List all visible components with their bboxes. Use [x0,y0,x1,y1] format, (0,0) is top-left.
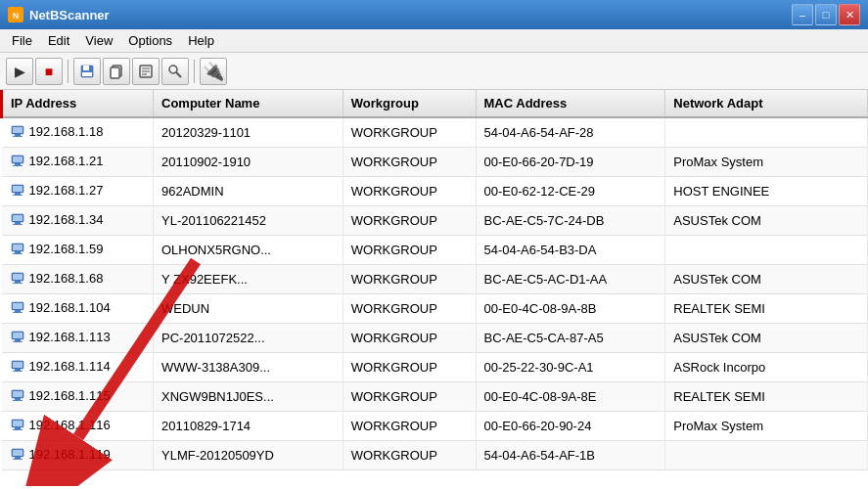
computer-icon [10,270,25,286]
svg-rect-53 [13,400,23,401]
ip-value: 192.168.1.68 [29,271,104,286]
table-row[interactable]: 192.168.1.27 962ADMINWORKGROUP00-E0-62-1… [2,177,868,206]
svg-rect-52 [15,398,21,400]
cell-network: ASUSTek COM [665,265,868,294]
cell-computer: PC-2011072522... [154,324,343,353]
toolbar-separator-1 [68,60,69,83]
table-body: 192.168.1.18 20120329-1101WORKGROUP54-04… [2,117,868,470]
menu-file[interactable]: File [4,31,40,50]
cell-mac: 00-E0-66-20-90-24 [476,412,665,441]
svg-rect-4 [82,72,92,76]
svg-rect-61 [13,459,23,460]
cell-mac: 00-E0-4C-08-9A-8E [476,382,665,412]
svg-rect-58 [13,421,23,426]
save-button[interactable] [73,58,101,85]
ip-value: 192.168.1.115 [29,388,111,403]
cell-ip: 192.168.1.18 [2,117,154,148]
cell-workgroup: WORKGROUP [343,148,476,177]
svg-rect-26 [13,186,23,192]
copy-button[interactable] [103,58,130,85]
cell-network [665,236,868,265]
computer-icon [10,153,25,168]
column-workgroup: Workgroup [343,90,476,117]
cell-computer: 962ADMIN [154,177,343,206]
table-row[interactable]: 192.168.1.116 20110829-1714WORKGROUP00-E… [2,412,868,441]
table-container[interactable]: IP Address Computer Name Workgroup MAC A… [0,90,868,489]
search-button[interactable] [161,58,189,85]
menu-view[interactable]: View [77,31,120,50]
cell-computer: XNGW9BN1J0ES... [154,382,343,412]
play-button[interactable]: ▶ [6,58,33,85]
cell-network: ASUSTek COM [665,206,868,236]
svg-rect-44 [15,339,21,341]
table-row[interactable]: 192.168.1.34 YL-201106221452WORKGROUPBC-… [2,206,868,236]
computer-icon [10,299,25,315]
table-row[interactable]: 192.168.1.21 20110902-1910WORKGROUP00-E0… [2,148,868,177]
app-icon: N [8,7,23,22]
cell-workgroup: WORKGROUP [343,441,476,470]
menu-edit[interactable]: Edit [40,31,77,50]
svg-rect-37 [13,283,23,284]
network-icon-button[interactable]: 🔌 [200,58,227,85]
table-row[interactable]: 192.168.1.68 Y ZX92EEFK...WORKGROUPBC-AE… [2,265,868,294]
cell-computer: WWW-3138A309... [154,353,343,382]
table-row[interactable]: 192.168.1.59 OLHONX5RGNO...WORKGROUP54-0… [2,236,868,265]
table-row[interactable]: 192.168.1.18 20120329-1101WORKGROUP54-04… [2,117,868,148]
cell-mac: 54-04-A6-54-AF-28 [476,117,665,148]
cell-computer: YL-201106221452 [154,206,343,236]
table-row[interactable]: 192.168.1.115 XNGW9BN1J0ES...WORKGROUP00… [2,382,868,412]
table-row[interactable]: 192.168.1.119 YLMF-20120509YDWORKGROUP54… [2,441,868,470]
cell-mac: 00-25-22-30-9C-A1 [476,353,665,382]
svg-text:N: N [13,11,20,21]
computer-icon [10,182,25,198]
menu-bar: File Edit View Options Help [0,29,868,53]
svg-rect-34 [13,244,23,250]
table-row[interactable]: 192.168.1.114 WWW-3138A309...WORKGROUP00… [2,353,868,382]
menu-help[interactable]: Help [180,31,222,50]
svg-rect-36 [15,281,21,283]
cell-workgroup: WORKGROUP [343,324,476,353]
computer-icon [10,387,25,403]
svg-rect-57 [13,429,23,430]
minimize-button[interactable]: – [792,4,813,25]
column-network-adapt: Network Adapt [665,90,868,117]
cell-ip: 192.168.1.114 [2,353,154,382]
svg-line-12 [176,72,181,77]
svg-rect-28 [15,222,21,224]
svg-rect-21 [13,165,23,166]
svg-point-11 [169,66,177,73]
properties-button[interactable] [132,58,160,85]
ip-value: 192.168.1.116 [29,418,111,432]
maximize-button[interactable]: □ [815,4,837,25]
main-content: IP Address Computer Name Workgroup MAC A… [0,90,868,489]
svg-rect-22 [13,156,23,162]
cell-mac: 54-04-A6-54-B3-DA [476,236,665,265]
svg-rect-41 [13,312,23,313]
ip-value: 192.168.1.59 [29,242,104,256]
svg-rect-48 [15,369,21,371]
svg-rect-45 [13,341,23,342]
stop-button[interactable]: ■ [35,58,63,85]
cell-ip: 192.168.1.59 [2,236,154,265]
table-row[interactable]: 192.168.1.104 WEDUNWORKGROUP00-E0-4C-08-… [2,294,868,324]
cell-computer: 20110902-1910 [154,148,343,177]
cell-workgroup: WORKGROUP [343,294,476,324]
close-button[interactable]: ✕ [839,4,860,25]
cell-workgroup: WORKGROUP [343,117,476,148]
computer-icon [10,358,25,374]
cell-mac: 54-04-A6-54-AF-1B [476,441,665,470]
cell-workgroup: WORKGROUP [343,177,476,206]
title-bar: N NetBScanner – □ ✕ [0,0,868,29]
computer-icon [10,329,25,344]
svg-rect-24 [15,193,21,195]
table-header-row: IP Address Computer Name Workgroup MAC A… [2,90,868,117]
table-row[interactable]: 192.168.1.113 PC-2011072522...WORKGROUPB… [2,324,868,353]
svg-rect-25 [13,195,23,196]
cell-computer: 20120329-1101 [154,117,343,148]
cell-mac: BC-AE-C5-CA-87-A5 [476,324,665,353]
title-bar-left: N NetBScanner [8,7,110,22]
svg-rect-42 [13,303,23,309]
menu-options[interactable]: Options [120,31,180,50]
cell-workgroup: WORKGROUP [343,353,476,382]
cell-workgroup: WORKGROUP [343,382,476,412]
